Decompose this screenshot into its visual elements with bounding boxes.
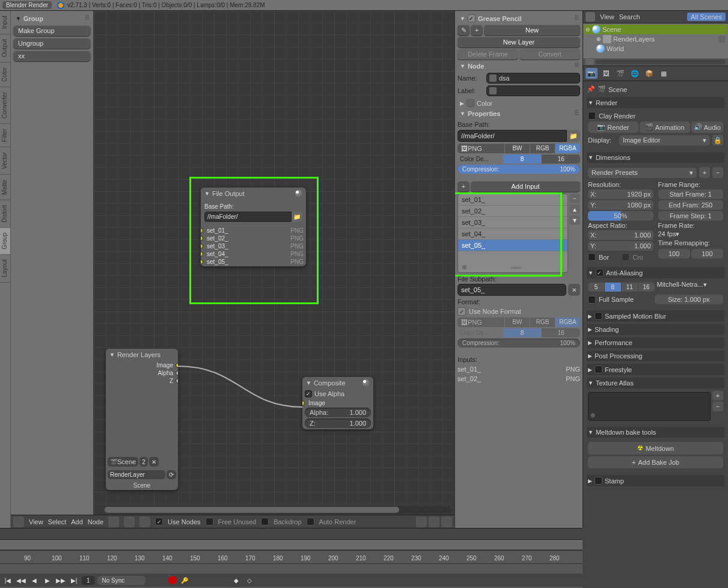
auto-render-checkbox[interactable]: [307, 518, 314, 525]
tab-matte[interactable]: Matte: [0, 175, 10, 200]
preview-icon[interactable]: [362, 379, 370, 387]
grease-pencil-header[interactable]: ▼ ✓ Grease Pencil ⠿: [457, 13, 580, 23]
outliner-h-scrollbar[interactable]: [596, 60, 726, 64]
world-tab-icon[interactable]: 🌐: [629, 68, 641, 79]
tab-filter[interactable]: Filter: [0, 124, 10, 147]
scene-link-button[interactable]: 🎬 Scene: [108, 457, 138, 467]
aspect-y-field[interactable]: Y:1.000: [588, 241, 653, 251]
outliner-display-mode[interactable]: All Scenes: [687, 13, 726, 21]
preset-remove-button[interactable]: −: [712, 167, 723, 178]
atlas-add-button[interactable]: +: [712, 391, 723, 400]
file-slots-list[interactable]: set_01_ set_02_ set_03_ set_04_ set_05_ …: [457, 194, 568, 273]
node-editor-canvas[interactable]: ▼ File Output Base Path: 📁 set_01_PNG se…: [94, 11, 454, 528]
properties-section-header[interactable]: ▼ Properties ⠿: [457, 108, 580, 118]
tab-output[interactable]: Output: [0, 34, 10, 63]
jump-start-button[interactable]: |◀: [2, 575, 13, 585]
resolution-y-field[interactable]: Y:1080 px: [588, 200, 653, 210]
free-unused-checkbox[interactable]: [206, 518, 213, 525]
timeline-dopesheet-row[interactable]: [0, 540, 583, 551]
scene-tab-icon[interactable]: 🎬: [614, 68, 626, 79]
composite-header[interactable]: ▼ Composite: [302, 377, 373, 389]
z-slider[interactable]: Z:1.000: [305, 418, 371, 428]
rgba-toggle[interactable]: RGBA: [555, 144, 580, 153]
list-item[interactable]: set_02_: [458, 206, 567, 217]
add-input-plus-button[interactable]: +: [457, 181, 470, 192]
list-item[interactable]: set_01_: [458, 194, 567, 206]
backdrop-checkbox[interactable]: [261, 518, 269, 525]
texture-atlas-section-header[interactable]: ▼Texture Atlas: [587, 378, 724, 388]
aspect-x-field[interactable]: X:1.000: [588, 230, 653, 240]
render-section-header[interactable]: ▼Render: [587, 97, 724, 108]
current-frame-field[interactable]: 1: [82, 576, 95, 585]
node-section-header[interactable]: ▼ Node ⠿: [457, 61, 580, 71]
use-node-format-checkbox[interactable]: ✓Use Node Format: [457, 307, 580, 316]
tree-row-scene[interactable]: ⊖Scene: [584, 25, 727, 34]
start-frame-field[interactable]: Start Frame: 1: [658, 189, 724, 199]
pin-icon[interactable]: 📌: [587, 85, 595, 93]
folder-browse-button[interactable]: 📁: [292, 212, 302, 222]
paste-icon[interactable]: [441, 516, 452, 527]
next-keyframe-button[interactable]: ▶▶: [55, 575, 66, 585]
render-button[interactable]: 📷Render: [588, 121, 638, 133]
tab-distort[interactable]: Distort: [0, 200, 10, 228]
composite-node[interactable]: ▼ Composite ✓Use Alpha Image Alpha:1.000…: [302, 377, 373, 429]
remove-slot-button[interactable]: −: [569, 194, 580, 203]
end-frame-field[interactable]: End Fram: 250: [658, 200, 724, 210]
render-engine-dropdown[interactable]: Blender Render: [2, 1, 52, 9]
fps-dropdown[interactable]: 24 fps▾: [658, 230, 724, 238]
depth-8-toggle[interactable]: 8: [503, 155, 542, 164]
border-checkbox[interactable]: Bor: [588, 253, 619, 261]
prev-keyframe-button[interactable]: ◀◀: [16, 575, 26, 585]
clay-render-checkbox[interactable]: Clay Render: [588, 112, 723, 120]
animation-button[interactable]: 🎬Animation: [640, 121, 690, 133]
outliner-editor-type-icon[interactable]: [586, 12, 595, 22]
object-tab-icon[interactable]: 📦: [643, 68, 655, 79]
color-toggle-checkbox[interactable]: [466, 99, 474, 107]
display-dropdown[interactable]: Image Editor▾: [619, 135, 710, 145]
pencil-icon-button[interactable]: ✎: [457, 25, 470, 35]
resolution-pct-slider[interactable]: 50%: [588, 211, 653, 221]
tab-group[interactable]: Group: [0, 228, 10, 255]
node-label-input[interactable]: [486, 85, 580, 96]
delete-frame-button[interactable]: Delete Frame: [457, 49, 518, 60]
preset-add-button[interactable]: +: [699, 167, 710, 178]
tab-vector[interactable]: Vector: [0, 147, 10, 174]
tree-row-renderlayers[interactable]: ⊕RenderLayers: [584, 34, 727, 44]
new-layer-button[interactable]: New Layer: [457, 37, 580, 47]
aa-section-header[interactable]: ▼✓Anti-Aliasing: [587, 267, 724, 278]
node-editor-h-scrollbar[interactable]: [105, 506, 451, 513]
aa-size-field[interactable]: Size: 1.000 px: [655, 295, 724, 304]
texture-atlas-list[interactable]: ⊕: [588, 392, 711, 421]
copy-icon[interactable]: [429, 516, 439, 527]
list-item[interactable]: set_03_: [458, 217, 567, 228]
base-path-field[interactable]: [457, 130, 567, 142]
format-dropdown[interactable]: 🖼 PNG: [457, 144, 504, 153]
add-menu[interactable]: Add: [71, 518, 83, 525]
performance-section-header[interactable]: ▶Performance: [587, 337, 724, 348]
jump-end-button[interactable]: ▶|: [69, 575, 79, 585]
renderlayers-tab-icon[interactable]: 🖼: [600, 68, 612, 79]
unlink-button[interactable]: ✕: [149, 457, 159, 467]
atlas-remove-button[interactable]: −: [712, 402, 723, 411]
snap-icon[interactable]: [416, 516, 427, 527]
use-nodes-checkbox[interactable]: ✓: [155, 518, 163, 525]
aa-5-toggle[interactable]: 5: [588, 283, 604, 292]
alpha-slider[interactable]: Alpha:1.000: [305, 408, 371, 417]
move-down-button[interactable]: ▼: [569, 215, 580, 225]
render-layers-node[interactable]: ▼ Render Layers Image Alpha Z 🎬 Scene 2 …: [106, 349, 178, 490]
make-group-button[interactable]: Make Group: [13, 25, 91, 36]
post-processing-section-header[interactable]: ▶Post Processing: [587, 351, 724, 361]
list-item[interactable]: set_04_: [458, 228, 567, 240]
texture-tab-icon[interactable]: ▦: [658, 68, 670, 79]
tree-type-compositing-icon[interactable]: [124, 516, 135, 527]
outliner-tree[interactable]: ⊖Scene ⊕RenderLayers World: [583, 23, 728, 58]
file-output-node-header[interactable]: ▼ File Output: [201, 188, 306, 200]
clear-subpath-button[interactable]: ✕: [568, 284, 580, 296]
aa-8-toggle[interactable]: 8: [605, 283, 621, 292]
grease-new-button[interactable]: New: [484, 25, 580, 35]
ungroup-button[interactable]: Ungroup: [13, 38, 91, 49]
stamp-section-header[interactable]: ▶Stamp: [587, 475, 724, 486]
add-input-button[interactable]: Add Input: [471, 181, 580, 192]
outliner-filter-icon[interactable]: [586, 59, 594, 65]
timeline-ruler[interactable]: 90 100 110 120 130 140 150 160 170 180 1…: [0, 551, 583, 564]
